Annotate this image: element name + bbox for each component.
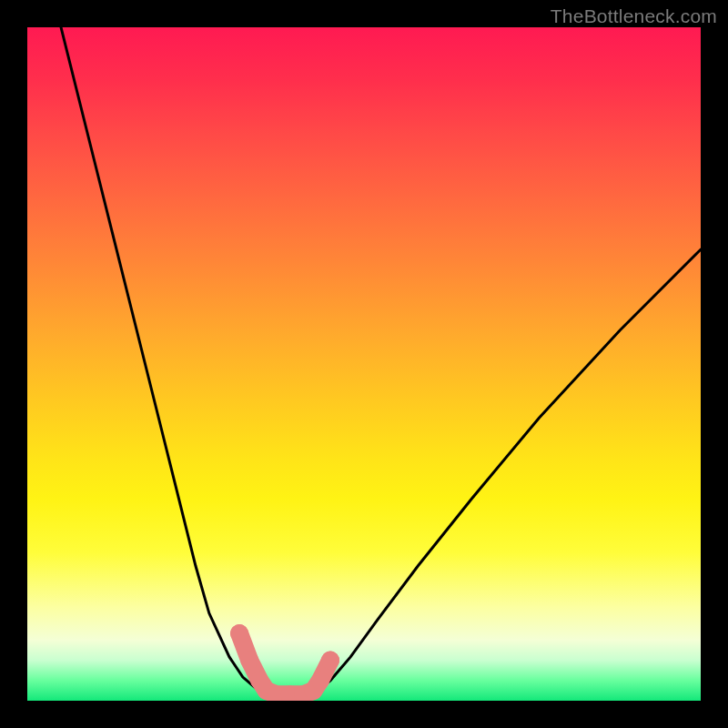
left-curve-path <box>61 27 277 694</box>
right-curve-path <box>307 249 701 694</box>
valley-marker-dot <box>240 652 258 670</box>
valley-marker-dot <box>230 624 248 642</box>
chart-svg <box>27 27 701 701</box>
plot-area <box>27 27 701 701</box>
chart-frame: TheBottleneck.com <box>0 0 728 728</box>
valley-marker-dot <box>321 652 339 670</box>
curve-group <box>61 27 701 694</box>
valley-marker-group <box>230 624 339 701</box>
valley-marker-dot <box>311 672 329 690</box>
watermark-text: TheBottleneck.com <box>551 5 717 27</box>
